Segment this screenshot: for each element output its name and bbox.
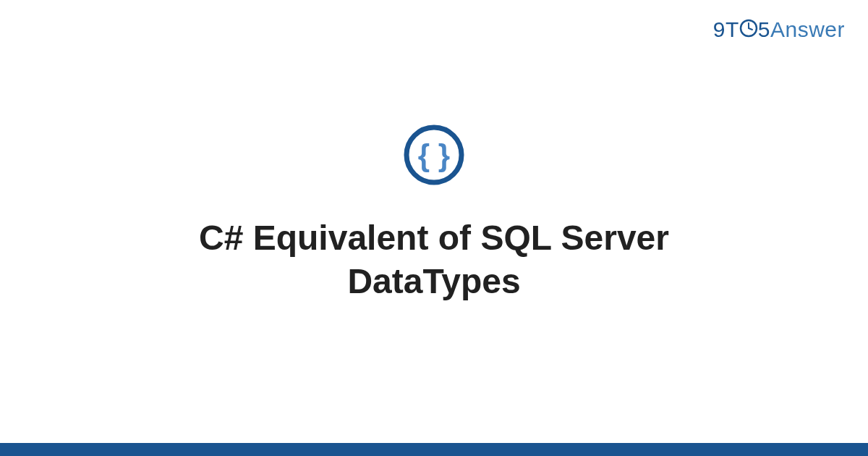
- page-title: C# Equivalent of SQL Server DataTypes: [109, 216, 760, 303]
- main-content: { } C# Equivalent of SQL Server DataType…: [0, 0, 868, 456]
- svg-text:{ }: { }: [418, 138, 450, 172]
- code-braces-icon: { }: [403, 124, 465, 189]
- footer-accent-bar: [0, 443, 868, 456]
